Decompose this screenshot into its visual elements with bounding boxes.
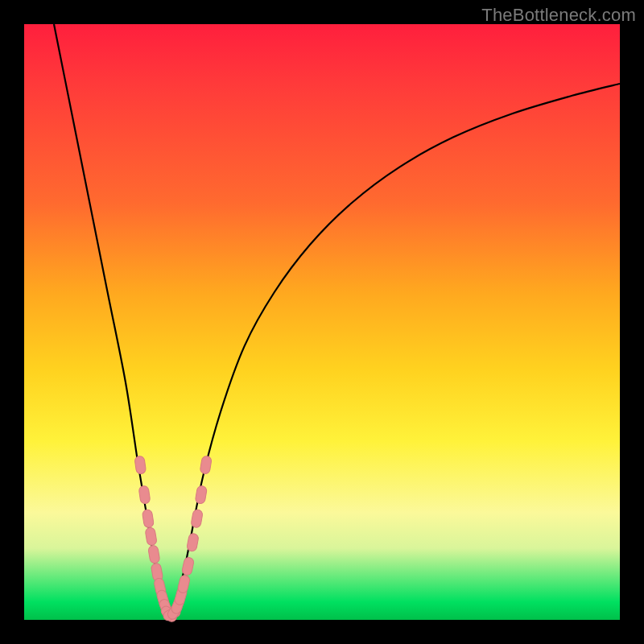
curve-marker: [186, 533, 199, 552]
curve-marker: [148, 545, 160, 564]
svg-rect-1: [138, 485, 151, 504]
svg-rect-14: [177, 575, 191, 594]
bottleneck-curve: [54, 24, 620, 620]
curve-marker: [145, 527, 157, 547]
curve-marker: [142, 509, 154, 528]
curve-marker: [177, 575, 191, 594]
curve-layer: [54, 24, 620, 620]
curve-marker: [134, 456, 147, 474]
curve-marker: [181, 556, 194, 576]
svg-rect-15: [181, 556, 194, 576]
plot-area: [24, 24, 620, 620]
curve-marker: [200, 456, 212, 475]
svg-rect-16: [186, 533, 199, 552]
svg-rect-3: [145, 527, 157, 547]
svg-rect-0: [134, 456, 147, 474]
watermark-text: TheBottleneck.com: [481, 5, 636, 26]
curve-marker: [138, 485, 151, 504]
svg-rect-4: [148, 545, 160, 564]
svg-rect-17: [191, 509, 204, 528]
svg-rect-2: [142, 509, 154, 528]
marker-layer: [134, 456, 213, 624]
chart-svg: [24, 24, 620, 620]
curve-marker: [191, 509, 204, 528]
curve-marker: [195, 485, 207, 505]
chart-frame: TheBottleneck.com: [0, 0, 644, 644]
svg-rect-18: [195, 485, 207, 505]
svg-rect-19: [200, 456, 212, 475]
